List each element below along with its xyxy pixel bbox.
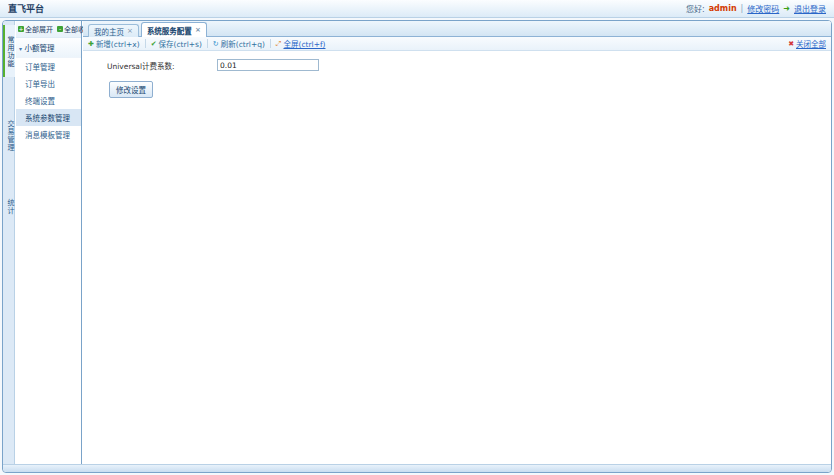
modify-settings-button[interactable]: 修改设置 (109, 81, 153, 98)
logout-arrow-icon: ➜ (783, 4, 790, 13)
form-panel: Universal计费系数: 修改设置 (83, 51, 831, 464)
tree-toolbar: + 全部展开 - 全部收缩 (16, 21, 81, 38)
collapse-all-icon: - (57, 26, 63, 32)
footer-bar (3, 464, 831, 472)
close-all-button[interactable]: ✖ 关闭全部 (788, 38, 826, 49)
tab-bar: 我的主页 × 系统服务配置 × (83, 21, 831, 37)
sidebar-item-order-management[interactable]: 订单管理 (16, 58, 81, 75)
add-button[interactable]: ✚ 新增(ctrl+x) (88, 38, 140, 49)
change-password-link[interactable]: 修改密码 (747, 3, 779, 14)
close-all-label: 关闭全部 (796, 38, 826, 49)
param-form-row: Universal计费系数: (107, 59, 319, 71)
add-button-label: 新增(ctrl+x) (96, 38, 140, 49)
refresh-icon: ↻ (213, 40, 219, 48)
toolbar-divider (207, 39, 208, 48)
tree-section-label: 小额管理 (24, 44, 54, 53)
tab-home-label: 我的主页 (94, 26, 124, 37)
content-area: 我的主页 × 系统服务配置 × ✚ 新增(ctrl+x) ✔ 保存(ctrl+s… (83, 21, 831, 464)
close-icon: ✖ (788, 40, 794, 48)
accordion-strip: 常用功能 交易管理 统计 (3, 21, 15, 464)
expand-all-icon: + (18, 26, 24, 32)
username: admin (709, 4, 737, 13)
save-button[interactable]: ✔ 保存(ctrl+s) (151, 38, 202, 49)
tab-home[interactable]: 我的主页 × (88, 24, 139, 37)
expand-all-label: 全部展开 (25, 24, 53, 34)
fullscreen-button[interactable]: ⤢ 全屏(ctrl+f) (276, 38, 326, 49)
expand-all-button[interactable]: + 全部展开 (18, 24, 53, 34)
top-header: 直飞平台 您好: admin | 修改密码 ➜ 退出登录 (0, 0, 834, 18)
sidebar-item-order-export[interactable]: 订单导出 (16, 75, 81, 92)
sidebar-item-system-params[interactable]: 系统参数管理 (16, 109, 81, 126)
app-title: 直飞平台 (8, 2, 44, 15)
logout-link[interactable]: 退出登录 (794, 3, 826, 14)
toolbar: ✚ 新增(ctrl+x) ✔ 保存(ctrl+s) ↻ 刷新(ctrl+q) ⤢… (83, 37, 831, 51)
accordion-group-1[interactable]: 常用功能 (3, 25, 15, 77)
fullscreen-icon: ⤢ (276, 40, 282, 48)
sidebar-item-terminal-settings[interactable]: 终端设置 (16, 92, 81, 109)
accordion-group-2[interactable]: 交易管理 (3, 109, 15, 161)
close-icon[interactable]: × (127, 27, 133, 35)
separator: | (741, 4, 744, 13)
tab-system-service-config-label: 系统服务配置 (147, 25, 192, 36)
submit-row: 修改设置 (109, 81, 153, 98)
toolbar-divider (270, 39, 271, 48)
main-container: 常用功能 交易管理 统计 + 全部展开 - 全部收缩 ▾ 小额管理 订单管理 订… (2, 20, 832, 473)
refresh-button[interactable]: ↻ 刷新(ctrl+q) (213, 38, 265, 49)
save-icon: ✔ (151, 40, 157, 48)
welcome-label: 您好: (686, 3, 705, 14)
save-button-label: 保存(ctrl+s) (159, 38, 202, 49)
close-icon[interactable]: × (195, 26, 201, 34)
toolbar-divider (145, 39, 146, 48)
chevron-down-icon: ▾ (19, 45, 22, 52)
sidebar: + 全部展开 - 全部收缩 ▾ 小额管理 订单管理 订单导出 终端设置 系统参数… (16, 21, 82, 464)
sidebar-item-message-templates[interactable]: 消息模板管理 (16, 126, 81, 143)
plus-icon: ✚ (88, 40, 94, 48)
tree-section-header[interactable]: ▾ 小额管理 (16, 38, 81, 58)
param-label: Universal计费系数: (107, 60, 217, 71)
accordion-group-3[interactable]: 统计 (3, 191, 15, 221)
fullscreen-button-label: 全屏(ctrl+f) (283, 38, 325, 49)
param-value-input[interactable] (217, 59, 319, 71)
tab-system-service-config[interactable]: 系统服务配置 × (141, 22, 207, 37)
refresh-button-label: 刷新(ctrl+q) (221, 38, 265, 49)
user-bar: 您好: admin | 修改密码 ➜ 退出登录 (686, 3, 826, 14)
